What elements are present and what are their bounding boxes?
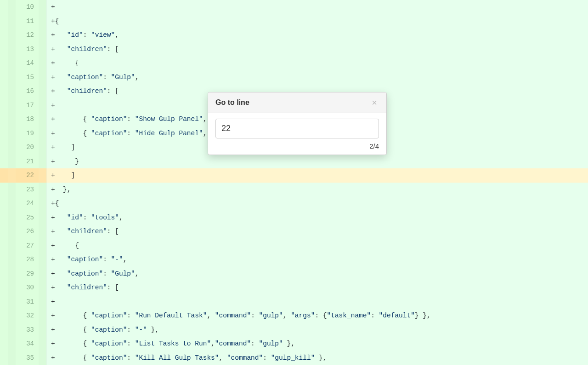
new-line-number: 27 xyxy=(16,239,39,253)
new-line-number: 21 xyxy=(16,155,39,169)
new-line-number: 22 xyxy=(16,168,39,183)
code-content: + "children": [ xyxy=(46,281,588,295)
old-line-gutter xyxy=(0,224,8,239)
new-line-number: 26 xyxy=(16,224,39,239)
diff-line[interactable]: 29+ "caption": "Gulp", xyxy=(0,267,588,281)
new-line-number: 17 xyxy=(16,98,39,113)
code-content: + { "caption": "-" }, xyxy=(46,323,588,337)
old-line-gutter xyxy=(0,323,8,337)
new-line-number: 19 xyxy=(16,126,39,141)
new-line-number: 24 xyxy=(16,196,39,211)
new-line-number: 29 xyxy=(16,267,39,281)
old-line-gutter xyxy=(0,56,8,70)
diff-line[interactable]: 15+ "caption": "Gulp", xyxy=(0,70,588,85)
new-line-number: 30 xyxy=(16,281,39,295)
old-line-gutter xyxy=(0,211,8,225)
diff-line[interactable]: 32+ { "caption": "Run Default Task", "co… xyxy=(0,309,588,323)
old-line-gutter xyxy=(0,253,8,267)
code-content: +{ xyxy=(46,14,588,29)
code-content: +{ xyxy=(46,196,588,211)
diff-view[interactable]: 10+11+{12+ "id": "view",13+ "children": … xyxy=(0,0,588,365)
diff-line[interactable]: 23+ }, xyxy=(0,183,588,197)
old-line-gutter xyxy=(0,84,8,98)
old-line-gutter xyxy=(0,42,8,57)
code-content: + "caption": "Gulp", xyxy=(46,267,588,281)
code-content: + }, xyxy=(46,183,588,197)
diff-line[interactable]: 13+ "children": [ xyxy=(0,42,588,57)
new-line-number: 31 xyxy=(16,295,39,309)
new-line-number: 20 xyxy=(16,140,39,155)
new-line-number: 34 xyxy=(16,337,39,351)
new-line-number: 10 xyxy=(16,0,39,14)
diff-line[interactable]: 35+ { "caption": "Kill All Gulp Tasks", … xyxy=(0,351,588,365)
new-line-number: 35 xyxy=(16,351,39,365)
old-line-gutter xyxy=(0,337,8,351)
new-line-number: 16 xyxy=(16,84,39,98)
diff-line[interactable]: 24+{ xyxy=(0,196,588,211)
old-line-gutter xyxy=(0,0,8,14)
code-content: + "caption": "Gulp", xyxy=(46,70,588,85)
code-content: + xyxy=(46,0,588,14)
diff-line[interactable]: 26+ "children": [ xyxy=(0,224,588,239)
new-line-number: 13 xyxy=(16,42,39,57)
code-content: + "id": "view", xyxy=(46,28,588,42)
diff-line[interactable]: 33+ { "caption": "-" }, xyxy=(0,323,588,337)
old-line-gutter xyxy=(0,239,8,253)
new-line-number: 28 xyxy=(16,253,39,267)
dialog-header: Go to line × xyxy=(208,92,386,113)
code-content: + { xyxy=(46,239,588,253)
old-line-gutter xyxy=(0,196,8,211)
code-content: + { xyxy=(46,56,588,70)
diff-line[interactable]: 10+ xyxy=(0,0,588,14)
diff-line[interactable]: 34+ { "caption": "List Tasks to Run","co… xyxy=(0,337,588,351)
old-line-gutter xyxy=(0,168,8,183)
code-content: + "id": "tools", xyxy=(46,211,588,225)
new-line-number: 32 xyxy=(16,309,39,323)
diff-line[interactable]: 25+ "id": "tools", xyxy=(0,211,588,225)
diff-line[interactable]: 14+ { xyxy=(0,56,588,70)
old-line-gutter xyxy=(0,14,8,29)
code-content: + xyxy=(46,295,588,309)
diff-line[interactable]: 11+{ xyxy=(0,14,588,29)
new-line-number: 12 xyxy=(16,28,39,42)
old-line-gutter xyxy=(0,126,8,141)
code-content: + } xyxy=(46,155,588,169)
old-line-gutter xyxy=(0,70,8,85)
old-line-gutter xyxy=(0,155,8,169)
dialog-body: 2/4 xyxy=(208,113,386,155)
diff-line[interactable]: 30+ "children": [ xyxy=(0,281,588,295)
diff-line[interactable]: 27+ { xyxy=(0,239,588,253)
old-line-gutter xyxy=(0,183,8,197)
old-line-gutter xyxy=(0,112,8,126)
old-line-gutter xyxy=(0,267,8,281)
old-line-gutter xyxy=(0,281,8,295)
dialog-title: Go to line xyxy=(215,98,249,107)
old-line-gutter xyxy=(0,295,8,309)
diff-line[interactable]: 12+ "id": "view", xyxy=(0,28,588,42)
old-line-gutter xyxy=(0,28,8,42)
code-content: + "caption": "-", xyxy=(46,253,588,267)
line-number-input[interactable] xyxy=(215,119,379,138)
diff-line[interactable]: 21+ } xyxy=(0,155,588,169)
go-to-line-dialog: Go to line × 2/4 xyxy=(208,92,387,155)
match-counter: 2/4 xyxy=(215,142,379,150)
old-line-gutter xyxy=(0,140,8,155)
new-line-number: 33 xyxy=(16,323,39,337)
code-content: + { "caption": "Run Default Task", "comm… xyxy=(46,309,588,323)
new-line-number: 11 xyxy=(16,14,39,29)
code-content: + { "caption": "Kill All Gulp Tasks", "c… xyxy=(46,351,588,365)
code-content: + { "caption": "List Tasks to Run","comm… xyxy=(46,337,588,351)
new-line-number: 18 xyxy=(16,112,39,126)
diff-line[interactable]: 31+ xyxy=(0,295,588,309)
diff-line[interactable]: 28+ "caption": "-", xyxy=(0,253,588,267)
new-line-number: 23 xyxy=(16,183,39,197)
code-content: + "children": [ xyxy=(46,42,588,57)
new-line-number: 25 xyxy=(16,211,39,225)
old-line-gutter xyxy=(0,98,8,113)
code-content: + ] xyxy=(46,168,588,183)
old-line-gutter xyxy=(0,309,8,323)
new-line-number: 14 xyxy=(16,56,39,70)
close-icon[interactable]: × xyxy=(370,98,379,107)
diff-line[interactable]: 22+ ] xyxy=(0,168,588,183)
old-line-gutter xyxy=(0,351,8,365)
